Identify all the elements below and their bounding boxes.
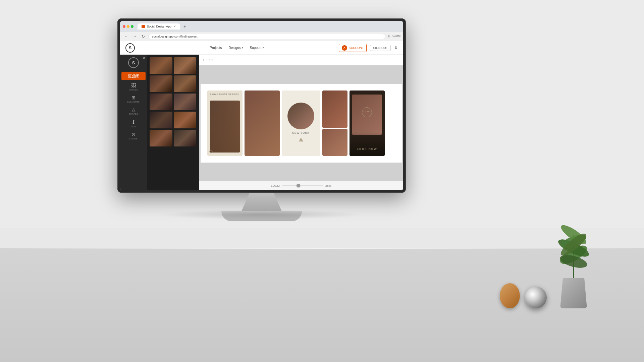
image-thumb-6[interactable] — [174, 94, 197, 110]
tab-title: Social Design App — [147, 25, 171, 28]
image-thumb-8[interactable] — [174, 112, 197, 128]
app-header: S Projects Designs ▾ Support ▾ — [120, 41, 403, 55]
monitor-screen: Social Design App ✕ + ← → ↻ socialdesign… — [120, 21, 403, 190]
circle-photo-inner — [287, 103, 314, 129]
book-overlay: Book Now — [350, 132, 385, 156]
canvas-area: ↩ ↪ ENGAGEMENT SESSION — [199, 55, 403, 190]
refresh-button[interactable]: ↻ — [140, 34, 146, 40]
canvas-content[interactable]: ENGAGEMENT SESSION ✿ — [199, 65, 403, 181]
image-thumb-5[interactable] — [150, 94, 172, 110]
images-panel — [147, 55, 199, 190]
app-logo: S — [125, 43, 135, 53]
window-minimize-btn[interactable] — [127, 25, 129, 28]
tab-close-icon[interactable]: ✕ — [173, 25, 176, 28]
support-chevron-icon: ▾ — [263, 47, 264, 49]
app-content: S Projects Designs ▾ Support ▾ — [120, 41, 403, 190]
sidebar-tool-elements[interactable]: ⊞ ELEMENTS — [123, 94, 144, 104]
logos-icon: ⊙ — [131, 132, 136, 137]
undo-button[interactable]: ↩ — [203, 57, 207, 62]
shapes-label: SHAPES — [129, 113, 138, 115]
template-engagement[interactable]: ENGAGEMENT SESSION ✿ — [207, 90, 243, 156]
image-thumb-10[interactable] — [174, 130, 197, 146]
signout-button[interactable]: SIGN OUT — [370, 45, 391, 51]
floral-decoration-icon: ✿ — [209, 149, 213, 154]
account-label: ACCOUNT — [349, 46, 364, 50]
engagement-label: ENGAGEMENT SESSION — [210, 93, 240, 95]
account-button[interactable]: A ACCOUNT — [339, 44, 367, 52]
images-icon: 🖼 — [131, 83, 136, 88]
address-bar[interactable]: socialdesignapp.com/findit-project — [148, 34, 385, 39]
design-canvas: ENGAGEMENT SESSION ✿ — [201, 84, 402, 163]
window-maximize-btn[interactable] — [131, 25, 133, 28]
images-grid — [150, 57, 196, 146]
engagement-photo-inner — [210, 101, 240, 153]
designs-chevron-icon: ▾ — [242, 47, 243, 49]
engagement-photo — [210, 101, 240, 153]
guest-label: Guest — [392, 34, 400, 39]
image-thumb-9[interactable] — [150, 130, 172, 146]
nav-projects[interactable]: Projects — [210, 46, 222, 50]
image-thumb-1[interactable] — [150, 57, 172, 74]
window-close-btn[interactable] — [123, 25, 125, 28]
browser-actions: ⬇ Guest — [387, 34, 400, 39]
monitor-stand-neck — [241, 193, 282, 211]
header-right: A ACCOUNT SIGN OUT ⬇ — [339, 44, 398, 52]
browser-window-controls — [123, 25, 133, 28]
chrome-ball-decoration — [525, 287, 547, 308]
sidebar-tool-images[interactable]: 🖼 IMAGES — [123, 81, 144, 92]
image-thumb-4[interactable] — [174, 75, 197, 92]
circle-city-text: New York — [292, 131, 309, 134]
workspace: ✕ S UPLOAD IMAGES 🖼 IMAGES ⊞ ELEMENTS — [120, 55, 403, 190]
text-label: TEXT — [130, 126, 136, 128]
tab-favicon — [142, 25, 145, 28]
template-couple[interactable] — [245, 90, 280, 156]
couple-photo — [245, 90, 280, 156]
new-tab-button[interactable]: + — [181, 24, 188, 29]
images-label: IMAGES — [129, 89, 138, 91]
perfume-bottle-decoration — [500, 283, 520, 308]
browser: Social Design App ✕ + ← → ↻ socialdesign… — [120, 21, 403, 190]
image-thumb-2[interactable] — [174, 57, 197, 74]
canvas-toolbar: ↩ ↪ — [199, 55, 403, 65]
sidebar-close-icon[interactable]: ✕ — [142, 56, 146, 61]
image-thumb-3[interactable] — [150, 75, 172, 92]
template-book[interactable]: James & Sons Book Now — [350, 90, 385, 156]
header-download-icon[interactable]: ⬇ — [394, 45, 398, 50]
upload-images-button[interactable]: UPLOAD IMAGES — [121, 72, 146, 80]
double-photo-bottom — [322, 129, 347, 156]
shapes-icon: △ — [132, 107, 136, 112]
sidebar: ✕ S UPLOAD IMAGES 🖼 IMAGES ⊞ ELEMENTS — [120, 55, 147, 190]
redo-button[interactable]: ↪ — [209, 57, 213, 62]
template-circle[interactable]: New York ❀ — [282, 90, 320, 156]
back-button[interactable]: ← — [123, 34, 129, 40]
logos-label: LOGOS — [129, 138, 138, 140]
zoom-value: 28% — [325, 184, 331, 187]
plant-svg — [543, 215, 604, 282]
zoom-slider[interactable] — [282, 185, 323, 186]
zoom-thumb[interactable] — [297, 184, 300, 187]
text-icon: T — [132, 119, 135, 125]
template-double[interactable] — [322, 90, 347, 156]
browser-tab-active[interactable]: Social Design App ✕ — [138, 23, 180, 29]
zoom-label: ZOOM — [271, 184, 280, 187]
image-thumb-7[interactable] — [150, 112, 172, 128]
elements-label: ELEMENTS — [127, 101, 140, 103]
forward-button[interactable]: → — [131, 34, 138, 40]
zoom-bar: ZOOM 28% — [199, 181, 403, 190]
sidebar-tool-text[interactable]: T TEXT — [123, 118, 144, 129]
browser-toolbar: ← → ↻ socialdesignapp.com/findit-project… — [120, 32, 403, 41]
double-photo-top — [322, 90, 347, 128]
browser-download-btn[interactable]: ⬇ — [387, 34, 390, 39]
sidebar-tool-shapes[interactable]: △ SHAPES — [123, 106, 144, 116]
nav-support[interactable]: Support ▾ — [250, 46, 264, 50]
nav-designs[interactable]: Designs ▾ — [228, 46, 243, 50]
sidebar-logo: S — [128, 57, 139, 68]
app-nav: Projects Designs ▾ Support ▾ — [210, 46, 264, 50]
book-brand-logo: James & Sons — [362, 107, 372, 117]
monitor: Social Design App ✕ + ← → ↻ socialdesign… — [117, 18, 406, 213]
browser-chrome: Social Design App ✕ + — [120, 21, 403, 32]
decorative-plant — [543, 215, 604, 308]
monitor-bezel: Social Design App ✕ + ← → ↻ socialdesign… — [117, 18, 406, 193]
book-now-label: Book Now — [357, 147, 377, 151]
sidebar-tool-logos[interactable]: ⊙ LOGOS — [123, 130, 144, 141]
